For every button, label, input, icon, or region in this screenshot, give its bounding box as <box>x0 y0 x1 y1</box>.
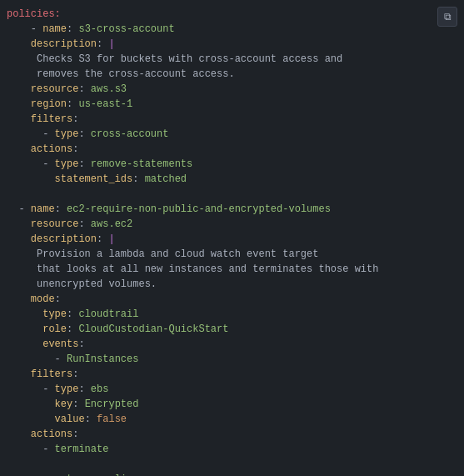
line-19: mode: <box>7 292 464 307</box>
line-23: - RunInstances <box>7 352 464 367</box>
line-18: unencrypted volumes. <box>7 277 464 292</box>
line-24: filters: <box>7 367 464 382</box>
line-6: region: us-east-1 <box>7 97 464 112</box>
line-2: description: | <box>7 37 464 52</box>
line-4: removes the cross-account access. <box>7 67 464 82</box>
line-27: value: false <box>7 412 464 427</box>
line-13: - name: ec2-require-non-public-and-encry… <box>7 202 464 217</box>
code-lines: policies: - name: s3-cross-account descr… <box>7 7 464 476</box>
line-0: policies: <box>7 7 464 22</box>
line-15: description: | <box>7 232 464 247</box>
line-29: - terminate <box>7 442 464 457</box>
line-22: events: <box>7 337 464 352</box>
line-30 <box>7 457 464 472</box>
line-9: actions: <box>7 142 464 157</box>
line-5: resource: aws.s3 <box>7 82 464 97</box>
line-1: - name: s3-cross-account <box>7 22 464 37</box>
copy-button[interactable]: ⧉ <box>437 7 457 27</box>
line-21: role: CloudCustodian-QuickStart <box>7 322 464 337</box>
code-editor: ⧉ policies: - name: s3-cross-account des… <box>0 0 464 476</box>
line-25: - type: ebs <box>7 382 464 397</box>
line-31: - name: tag-compliance <box>7 472 464 476</box>
line-16: Provision a lambda and cloud watch event… <box>7 247 464 262</box>
line-26: key: Encrypted <box>7 397 464 412</box>
line-7: filters: <box>7 112 464 127</box>
line-14: resource: aws.ec2 <box>7 217 464 232</box>
line-28: actions: <box>7 427 464 442</box>
line-8: - type: cross-account <box>7 127 464 142</box>
line-10: - type: remove-statements <box>7 157 464 172</box>
line-11: statement_ids: matched <box>7 172 464 187</box>
line-17: that looks at all new instances and term… <box>7 262 464 277</box>
line-3: Checks S3 for buckets with cross-account… <box>7 52 464 67</box>
line-20: type: cloudtrail <box>7 307 464 322</box>
line-12 <box>7 187 464 202</box>
